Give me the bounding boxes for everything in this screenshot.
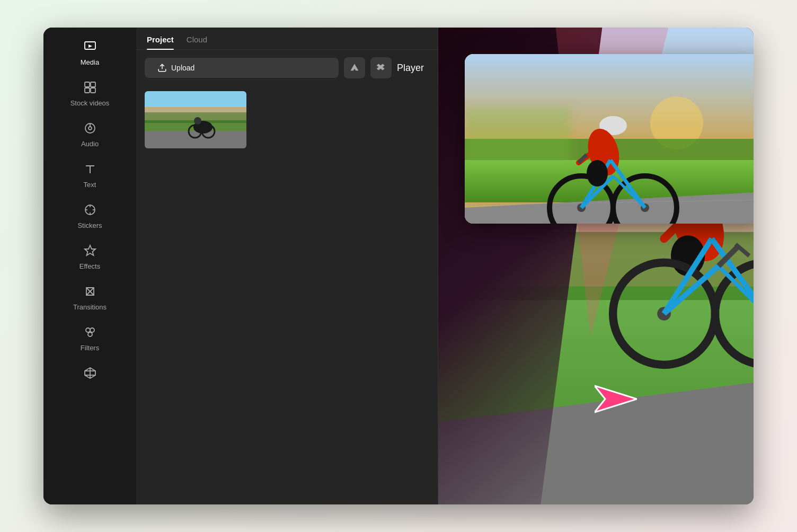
stock-videos-icon [84, 81, 96, 96]
cursor-arrow-svg [595, 380, 637, 418]
3d-icon [84, 367, 96, 382]
sidebar-item-label-audio: Audio [81, 140, 99, 148]
google-drive-icon [350, 63, 359, 73]
sidebar-item-label-text: Text [84, 181, 96, 189]
media-grid [136, 86, 438, 154]
upload-icon [157, 63, 167, 73]
sidebar-item-label-stickers: Stickers [77, 221, 102, 229]
player-label: Player [397, 63, 429, 74]
effects-icon [84, 244, 96, 259]
svg-point-7 [88, 127, 92, 130]
text-icon [84, 163, 96, 178]
svg-marker-16 [85, 245, 95, 255]
svg-point-32 [194, 117, 201, 125]
svg-point-19 [86, 328, 90, 332]
svg-rect-60 [465, 107, 571, 171]
sidebar-item-label-media: Media [81, 58, 99, 66]
cursor-arrow [595, 380, 637, 420]
svg-rect-2 [85, 82, 90, 87]
filters-icon [84, 326, 96, 341]
sidebar-item-transitions[interactable]: Transitions [43, 278, 136, 318]
media-panel: Project Cloud Upload [136, 28, 438, 504]
panel-toolbar: Upload Player [136, 50, 438, 86]
sidebar-item-stickers[interactable]: Stickers [43, 196, 136, 237]
sidebar-item-text[interactable]: Text [43, 155, 136, 196]
upload-label: Upload [171, 64, 194, 72]
sidebar-item-label-effects: Effects [79, 262, 101, 270]
svg-point-20 [90, 328, 94, 332]
sidebar-item-label-transitions: Transitions [73, 303, 107, 311]
upload-button[interactable]: Upload [145, 58, 339, 78]
sidebar-item-stock-videos[interactable]: Stock videos [43, 74, 136, 114]
player-area [438, 28, 754, 504]
panel-tabs: Project Cloud [136, 28, 438, 50]
svg-marker-1 [88, 45, 92, 48]
sidebar-item-3d[interactable] [43, 359, 136, 389]
svg-marker-74 [595, 386, 637, 412]
transitions-icon [84, 285, 96, 300]
preview-card [465, 54, 754, 224]
svg-rect-29 [145, 131, 246, 148]
stickers-icon [84, 203, 96, 218]
dropbox-icon [376, 63, 386, 73]
google-drive-button[interactable] [344, 57, 365, 78]
layout-row: Project Cloud Upload [136, 28, 754, 504]
preview-scene [465, 54, 754, 224]
sidebar-item-label-filters: Filters [81, 344, 99, 352]
tab-project[interactable]: Project [147, 35, 174, 49]
sidebar-item-media[interactable]: Media [43, 33, 136, 74]
svg-point-21 [88, 332, 92, 336]
svg-rect-4 [85, 88, 90, 93]
audio-icon [84, 122, 96, 137]
media-thumbnail[interactable] [145, 91, 246, 148]
sidebar-item-filters[interactable]: Filters [43, 318, 136, 359]
sidebar: Media Stock videos Audio [43, 28, 136, 504]
dropbox-button[interactable] [370, 57, 392, 78]
svg-rect-5 [91, 88, 95, 93]
sidebar-item-effects[interactable]: Effects [43, 237, 136, 278]
sidebar-item-audio[interactable]: Audio [43, 114, 136, 155]
app-window: Media Stock videos Audio [43, 28, 754, 504]
svg-rect-3 [91, 82, 95, 87]
sidebar-item-label-stock: Stock videos [70, 99, 110, 107]
media-icon [84, 40, 96, 55]
svg-point-73 [587, 160, 608, 187]
thumbnail-image [145, 91, 246, 148]
tab-cloud[interactable]: Cloud [187, 35, 207, 49]
